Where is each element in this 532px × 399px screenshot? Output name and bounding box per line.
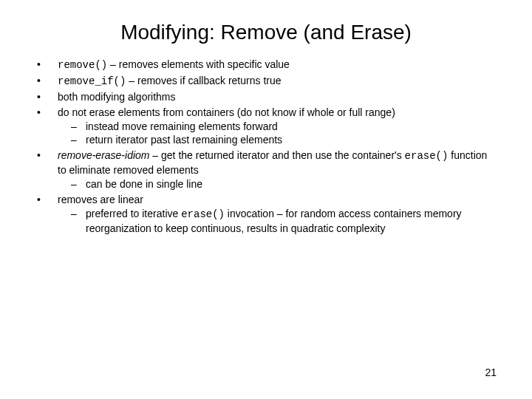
body-text: both modifying algorithms <box>58 91 176 103</box>
body-text: – removes if callback returns true <box>126 75 281 86</box>
code-text: remove() <box>58 59 107 71</box>
bullet-item: remove() – removes elements with specifi… <box>35 58 497 72</box>
sub-list: can be done in single line <box>58 177 497 191</box>
sub-item: return iterator past last remaining elem… <box>69 133 497 147</box>
slide-title: Modifying: Remove (and Erase) <box>35 21 497 44</box>
bullet-item: do not erase elements from containers (d… <box>35 106 497 148</box>
page-number: 21 <box>485 366 497 378</box>
body-text: – get the returned iterator and then use… <box>149 149 404 161</box>
sub-item: can be done in single line <box>69 177 497 191</box>
sub-list: preferred to iterative erase() invocatio… <box>58 207 497 236</box>
bullet-item: remove-erase-idiom – get the returned it… <box>35 149 497 191</box>
bullet-item: both modifying algorithms <box>35 90 497 104</box>
body-text: preferred to iterative <box>86 208 181 219</box>
bullet-list: remove() – removes elements with specifi… <box>35 58 497 236</box>
sub-list: instead move remaining elements forward … <box>58 120 497 148</box>
body-text: return iterator past last remaining elem… <box>86 134 282 146</box>
body-text: do not erase elements from containers (d… <box>58 106 395 118</box>
body-text: instead move remaining elements forward <box>86 120 278 132</box>
bullet-item: removes are linear preferred to iterativ… <box>35 193 497 236</box>
code-text: erase() <box>405 150 449 162</box>
bullet-item: remove_if() – removes if callback return… <box>35 74 497 89</box>
slide: Modifying: Remove (and Erase) remove() –… <box>0 0 532 399</box>
code-text: erase() <box>181 208 225 220</box>
code-text: remove_if() <box>58 75 126 87</box>
body-text: removes are linear <box>58 194 143 205</box>
sub-item: instead move remaining elements forward <box>69 120 497 134</box>
body-text: can be done in single line <box>86 178 202 190</box>
italic-text: remove-erase-idiom <box>58 149 149 161</box>
sub-item: preferred to iterative erase() invocatio… <box>69 207 497 236</box>
body-text: – removes elements with specific value <box>107 58 290 70</box>
